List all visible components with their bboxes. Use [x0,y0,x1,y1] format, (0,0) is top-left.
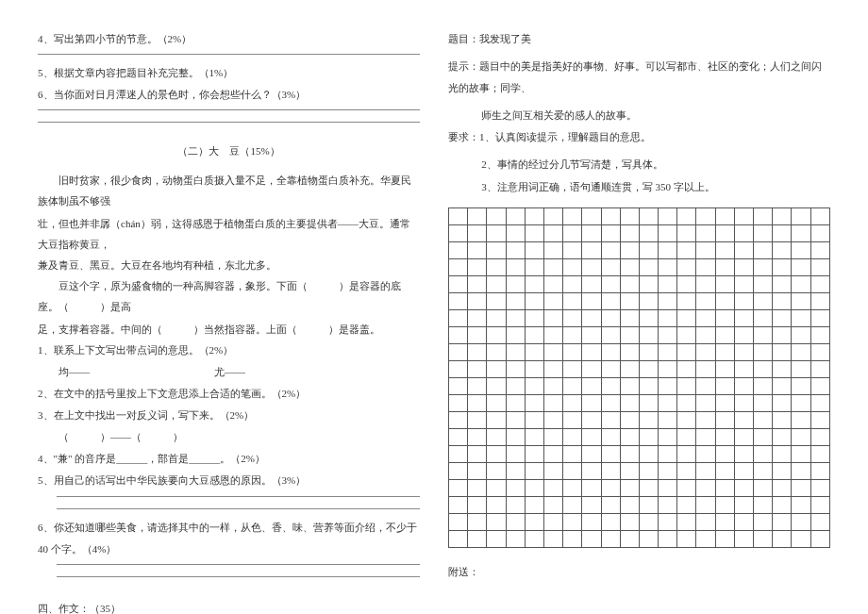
grid-cell[interactable] [715,428,734,445]
grid-cell[interactable] [810,292,829,309]
grid-cell[interactable] [525,207,543,224]
grid-cell[interactable] [773,513,792,530]
grid-cell[interactable] [754,241,773,258]
grid-cell[interactable] [810,207,829,224]
grid-cell[interactable] [696,360,715,377]
grid-cell[interactable] [563,258,582,275]
grid-cell[interactable] [792,292,810,309]
writing-grid[interactable] [448,207,830,548]
grid-cell[interactable] [754,530,773,547]
grid-cell[interactable] [506,275,525,292]
grid-cell[interactable] [506,445,525,462]
grid-cell[interactable] [677,377,696,394]
grid-cell[interactable] [449,394,468,411]
grid-cell[interactable] [563,309,582,326]
grid-cell[interactable] [677,462,696,479]
grid-cell[interactable] [810,496,829,513]
grid-cell[interactable] [563,224,582,241]
grid-cell[interactable] [639,445,658,462]
grid-cell[interactable] [563,428,582,445]
grid-cell[interactable] [543,292,562,309]
grid-cell[interactable] [734,292,753,309]
grid-cell[interactable] [601,343,620,360]
grid-cell[interactable] [543,275,562,292]
grid-cell[interactable] [620,292,639,309]
grid-cell[interactable] [734,377,753,394]
grid-cell[interactable] [468,224,487,241]
grid-cell[interactable] [659,224,677,241]
grid-cell[interactable] [696,445,715,462]
grid-cell[interactable] [715,326,734,343]
grid-cell[interactable] [677,343,696,360]
grid-cell[interactable] [468,428,487,445]
grid-cell[interactable] [773,462,792,479]
grid-cell[interactable] [715,496,734,513]
grid-cell[interactable] [525,360,543,377]
answer-line[interactable] [38,109,420,110]
grid-cell[interactable] [582,275,601,292]
grid-cell[interactable] [773,343,792,360]
grid-cell[interactable] [659,394,677,411]
grid-cell[interactable] [468,326,487,343]
grid-cell[interactable] [449,462,468,479]
grid-cell[interactable] [659,496,677,513]
grid-cell[interactable] [696,428,715,445]
grid-cell[interactable] [487,479,506,496]
grid-cell[interactable] [449,496,468,513]
grid-cell[interactable] [543,377,562,394]
grid-cell[interactable] [525,428,543,445]
grid-cell[interactable] [620,411,639,428]
grid-cell[interactable] [543,411,562,428]
grid-cell[interactable] [449,343,468,360]
grid-cell[interactable] [563,207,582,224]
grid-cell[interactable] [620,241,639,258]
grid-cell[interactable] [563,479,582,496]
grid-cell[interactable] [810,445,829,462]
grid-cell[interactable] [468,377,487,394]
grid-cell[interactable] [677,309,696,326]
grid-cell[interactable] [601,309,620,326]
b-question-4[interactable]: 4、"兼" 的音序是______，部首是______。（2%） [38,448,420,470]
grid-cell[interactable] [601,360,620,377]
grid-cell[interactable] [639,411,658,428]
grid-cell[interactable] [734,496,753,513]
grid-cell[interactable] [543,241,562,258]
grid-cell[interactable] [468,530,487,547]
grid-cell[interactable] [773,496,792,513]
grid-cell[interactable] [601,207,620,224]
grid-cell[interactable] [563,343,582,360]
grid-cell[interactable] [620,326,639,343]
grid-cell[interactable] [468,258,487,275]
grid-cell[interactable] [620,343,639,360]
grid-cell[interactable] [582,479,601,496]
grid-cell[interactable] [582,462,601,479]
grid-cell[interactable] [715,275,734,292]
grid-cell[interactable] [563,445,582,462]
grid-cell[interactable] [468,343,487,360]
grid-cell[interactable] [677,530,696,547]
grid-cell[interactable] [810,513,829,530]
grid-cell[interactable] [449,445,468,462]
grid-cell[interactable] [487,224,506,241]
grid-cell[interactable] [734,428,753,445]
grid-cell[interactable] [563,496,582,513]
grid-cell[interactable] [659,258,677,275]
grid-cell[interactable] [620,462,639,479]
grid-cell[interactable] [620,258,639,275]
grid-cell[interactable] [810,428,829,445]
grid-cell[interactable] [601,241,620,258]
grid-cell[interactable] [792,479,810,496]
grid-cell[interactable] [773,258,792,275]
grid-cell[interactable] [582,530,601,547]
grid-cell[interactable] [734,343,753,360]
grid-cell[interactable] [506,309,525,326]
grid-cell[interactable] [506,411,525,428]
grid-cell[interactable] [468,411,487,428]
grid-cell[interactable] [468,309,487,326]
grid-cell[interactable] [487,258,506,275]
grid-cell[interactable] [563,326,582,343]
grid-cell[interactable] [620,479,639,496]
grid-cell[interactable] [810,258,829,275]
grid-cell[interactable] [582,309,601,326]
grid-cell[interactable] [734,326,753,343]
